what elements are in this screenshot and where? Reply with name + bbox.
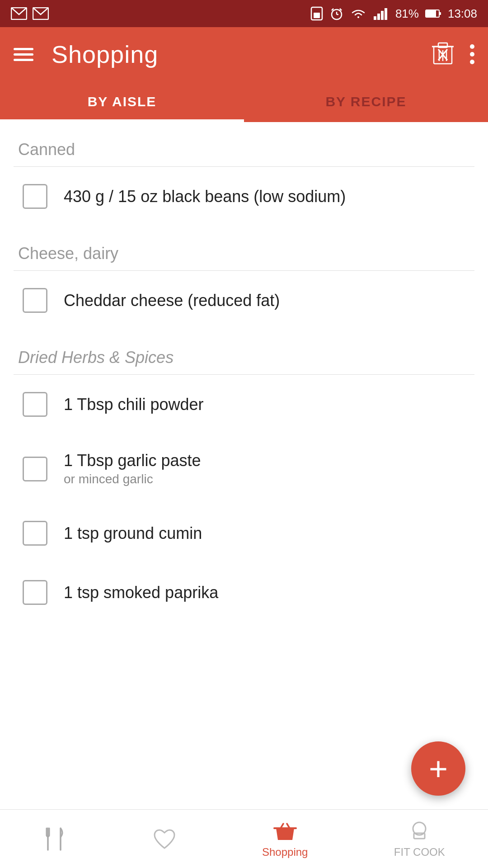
category-dried-herbs: Dried Herbs & Spices 1 Tbsp chili powder… — [0, 330, 488, 622]
trash-icon — [432, 41, 454, 66]
toolbar-icons — [432, 41, 474, 67]
item-checkbox-5[interactable] — [23, 521, 47, 546]
page-title: Shopping — [52, 40, 432, 68]
svg-rect-12 — [385, 8, 387, 20]
battery-percent: 81% — [395, 7, 419, 21]
nav-label-fitcook: FIT COOK — [394, 846, 445, 859]
item-name-3: 1 Tbsp chili powder — [64, 395, 204, 414]
delete-button[interactable] — [432, 41, 454, 67]
category-canned: Canned 430 g / 15 oz black beans (low so… — [0, 122, 488, 226]
item-name-4: 1 Tbsp garlic paste — [64, 451, 201, 470]
status-bar-left — [11, 7, 49, 20]
list-item: 1 Tbsp garlic paste or minced garlic — [0, 434, 488, 504]
item-checkbox-6[interactable] — [23, 580, 47, 605]
item-checkbox-4[interactable] — [23, 457, 47, 481]
list-item: 1 tsp smoked paprika — [0, 563, 488, 622]
fitcook-icon — [408, 820, 431, 843]
nav-item-shopping[interactable]: Shopping — [262, 820, 308, 859]
shopping-list: Canned 430 g / 15 oz black beans (low so… — [0, 122, 488, 809]
nav-label-shopping: Shopping — [262, 846, 308, 859]
item-name-2: Cheddar cheese (reduced fat) — [64, 291, 280, 310]
bottom-nav: Shopping FIT COOK — [0, 809, 488, 868]
basket-icon — [273, 820, 297, 843]
tabs-bar: BY AISLE BY RECIPE — [0, 81, 488, 122]
category-header-canned: Canned — [0, 122, 488, 166]
mail-icon-2 — [33, 7, 49, 20]
menu-button[interactable] — [14, 48, 33, 61]
item-name-6: 1 tsp smoked paprika — [64, 583, 218, 602]
svg-rect-11 — [381, 11, 384, 20]
more-button[interactable] — [470, 44, 474, 64]
category-cheese-dairy: Cheese, dairy Cheddar cheese (reduced fa… — [0, 226, 488, 330]
nav-item-fitcook[interactable]: FIT COOK — [394, 820, 445, 859]
item-name-5: 1 tsp ground cumin — [64, 524, 202, 543]
tab-by-recipe[interactable]: BY RECIPE — [244, 81, 488, 122]
status-bar: 81% 13:08 — [0, 0, 488, 27]
category-header-herbs: Dried Herbs & Spices — [0, 330, 488, 374]
list-item: 1 Tbsp chili powder — [0, 375, 488, 434]
item-checkbox-1[interactable] — [23, 184, 47, 209]
plus-icon: + — [429, 752, 448, 785]
sim-icon — [310, 6, 323, 21]
add-item-button[interactable]: + — [411, 741, 465, 796]
item-checkbox-3[interactable] — [23, 392, 47, 417]
mail-icon-1 — [11, 7, 27, 20]
list-item: 1 tsp ground cumin — [0, 504, 488, 563]
signal-icon — [373, 7, 389, 20]
list-item: 430 g / 15 oz black beans (low sodium) — [0, 167, 488, 226]
fork-knife-icon — [43, 827, 66, 851]
battery-icon — [425, 9, 441, 18]
svg-rect-3 — [314, 13, 320, 18]
wifi-icon — [350, 7, 366, 20]
list-item: Cheddar cheese (reduced fat) — [0, 271, 488, 330]
status-bar-right: 81% 13:08 — [310, 6, 477, 21]
svg-rect-9 — [374, 16, 376, 20]
item-checkbox-2[interactable] — [23, 288, 47, 313]
nav-item-favorites[interactable] — [153, 827, 176, 851]
tab-by-aisle[interactable]: BY AISLE — [0, 81, 244, 122]
item-name-1: 430 g / 15 oz black beans (low sodium) — [64, 187, 346, 206]
svg-rect-14 — [426, 10, 436, 17]
item-sub-4: or minced garlic — [64, 472, 201, 486]
toolbar: Shopping — [0, 27, 488, 81]
svg-rect-10 — [377, 14, 380, 20]
svg-rect-15 — [439, 12, 441, 15]
alarm-icon — [329, 6, 344, 21]
time-display: 13:08 — [448, 7, 477, 21]
category-header-cheese: Cheese, dairy — [0, 226, 488, 270]
nav-item-recipes[interactable] — [43, 827, 66, 851]
heart-icon — [153, 827, 176, 851]
